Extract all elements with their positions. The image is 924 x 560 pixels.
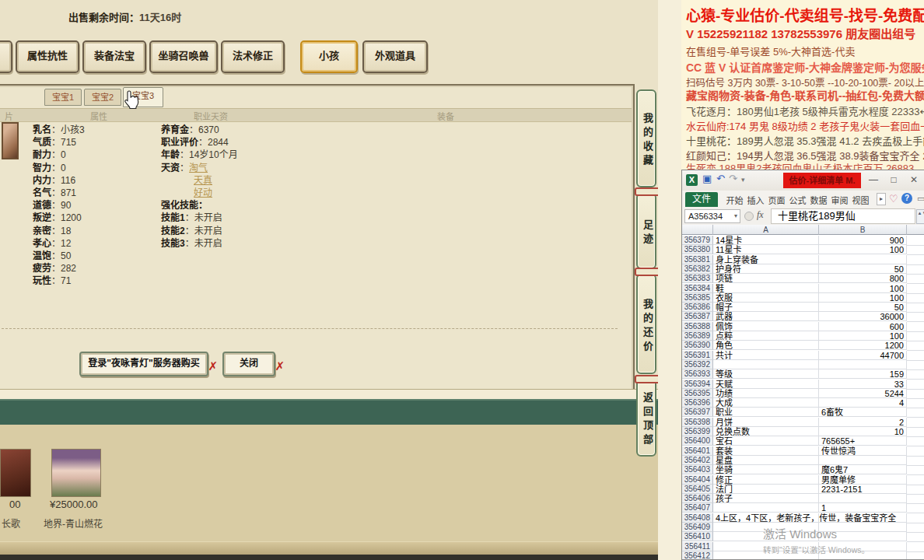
- cell-b[interactable]: 魔6鬼7: [819, 465, 907, 474]
- cell-a[interactable]: 天赋: [713, 380, 819, 389]
- cell-a[interactable]: 等级: [713, 369, 819, 379]
- cell-a[interactable]: 大成: [713, 398, 819, 408]
- row-number-cell[interactable]: 356396: [682, 398, 713, 408]
- row-number-cell[interactable]: 356383: [682, 274, 713, 283]
- ribbon-tab-2[interactable]: 插入: [745, 194, 766, 206]
- row-number-cell[interactable]: 356393: [682, 369, 713, 379]
- close-button[interactable]: 关闭 ✗: [222, 352, 275, 376]
- cell-c[interactable]: [907, 264, 924, 275]
- cell-a[interactable]: 功绩: [713, 389, 819, 398]
- cell-b[interactable]: 男魔单修: [819, 475, 907, 485]
- cell-c[interactable]: [907, 494, 924, 504]
- cell-a[interactable]: 星盘: [713, 456, 819, 465]
- cell-a[interactable]: 4上区，4下区，老新孩子，传世，装备宝宝齐全: [713, 513, 819, 523]
- tab-child[interactable]: 小孩: [300, 40, 358, 73]
- cell-b[interactable]: 50: [819, 303, 907, 312]
- cell-c[interactable]: [907, 551, 924, 560]
- sidebar-tab-back-to-top[interactable]: 返回顶部: [636, 379, 656, 457]
- cell-a[interactable]: 坐骑: [713, 465, 819, 474]
- row-number-cell[interactable]: 356409: [682, 523, 713, 532]
- tab-appearance-items[interactable]: 外观道具: [362, 40, 428, 73]
- row-number-cell[interactable]: 356412: [682, 551, 713, 560]
- row-number-cell[interactable]: 356387: [682, 312, 713, 321]
- sidebar-tab-counteroffers[interactable]: 我的还价: [636, 274, 656, 374]
- minimize-button[interactable]: —: [864, 172, 883, 187]
- cell-a[interactable]: 武器: [713, 312, 819, 321]
- cell-c[interactable]: [907, 465, 924, 475]
- cell-b[interactable]: 100: [819, 293, 907, 303]
- name-box[interactable]: A356334▾: [684, 209, 740, 223]
- row-number-cell[interactable]: 356390: [682, 341, 713, 350]
- cell-c[interactable]: [907, 284, 924, 294]
- cell-c[interactable]: [907, 532, 924, 542]
- column-header-c[interactable]: [907, 225, 924, 235]
- select-all-corner[interactable]: [682, 225, 713, 235]
- scroll-spinner[interactable]: ▲▼: [916, 209, 924, 224]
- row-number-cell[interactable]: 356391: [682, 351, 713, 360]
- cell-a[interactable]: 孩子: [713, 494, 819, 503]
- cell-c[interactable]: [907, 274, 924, 284]
- cell-b[interactable]: 900: [819, 236, 907, 245]
- row-number-cell[interactable]: 356406: [682, 494, 713, 503]
- insert-function-dot-icon[interactable]: [744, 212, 754, 221]
- cell-a[interactable]: 共计: [713, 351, 819, 360]
- cell-b[interactable]: 100: [819, 284, 907, 293]
- cell-c[interactable]: [907, 245, 924, 255]
- talent-link[interactable]: 天真: [194, 175, 212, 186]
- login-server-buy-button[interactable]: 登录"夜咏青灯"服务器购买 ✗: [79, 352, 208, 376]
- tab-equip-fabao[interactable]: 装备法宝: [82, 40, 146, 73]
- maximize-button[interactable]: □: [884, 172, 903, 187]
- cell-c[interactable]: [907, 380, 924, 390]
- row-number-cell[interactable]: 356404: [682, 475, 713, 485]
- row-number-cell[interactable]: 356407: [682, 503, 713, 513]
- cell-b[interactable]: 36000: [819, 312, 907, 321]
- formula-input[interactable]: 十里桃花189男仙: [771, 208, 915, 224]
- row-number-cell[interactable]: 356399: [682, 427, 713, 436]
- cell-b[interactable]: 100: [819, 331, 907, 341]
- cell-c[interactable]: [907, 322, 924, 332]
- cell-a[interactable]: 套装: [713, 446, 819, 456]
- row-number-cell[interactable]: 356397: [682, 408, 713, 417]
- cell-b[interactable]: 4: [819, 398, 907, 408]
- row-number-cell[interactable]: 356379: [682, 236, 713, 245]
- talent-link[interactable]: 好动: [194, 187, 212, 198]
- cell-a[interactable]: 法门: [713, 485, 819, 494]
- ribbon-tab-1[interactable]: 开始: [724, 194, 745, 206]
- row-number-cell[interactable]: 356392: [682, 360, 713, 369]
- cell-a[interactable]: 14星卡: [713, 236, 819, 245]
- cell-a[interactable]: 佩饰: [713, 322, 819, 331]
- cell-b[interactable]: [819, 255, 907, 264]
- ribbon-tab-6[interactable]: 审阅: [829, 194, 850, 206]
- baby-tab-1[interactable]: 宝宝1: [44, 89, 82, 106]
- name-box-dropdown-icon[interactable]: ▾: [734, 210, 737, 222]
- cell-a[interactable]: 角色: [713, 341, 819, 350]
- cell-c[interactable]: [907, 236, 924, 246]
- cell-a[interactable]: 护身符: [713, 264, 819, 274]
- cell-c[interactable]: [907, 341, 924, 351]
- cell-c[interactable]: [907, 312, 924, 322]
- row-number-cell[interactable]: 356398: [682, 418, 713, 427]
- cell-b[interactable]: 6畜牧: [819, 408, 907, 417]
- row-number-cell[interactable]: 356408: [682, 513, 713, 523]
- column-header-a[interactable]: A: [713, 225, 819, 235]
- cell-a[interactable]: [713, 503, 819, 513]
- row-number-cell[interactable]: 356385: [682, 293, 713, 303]
- baby-tab-2[interactable]: 宝宝2: [84, 89, 121, 106]
- listing-avatar[interactable]: [51, 449, 101, 497]
- cell-c[interactable]: [907, 303, 924, 313]
- file-tab[interactable]: 文件: [685, 192, 718, 207]
- cell-a[interactable]: 兑换点数: [713, 427, 819, 436]
- cell-b[interactable]: 600: [819, 322, 907, 331]
- ribbon-more-icon[interactable]: ▸: [877, 193, 886, 205]
- row-number-cell[interactable]: 356384: [682, 284, 713, 293]
- cell-c[interactable]: [907, 485, 924, 495]
- row-number-cell[interactable]: 356405: [682, 485, 713, 494]
- listing-name[interactable]: 地界-青山燃花: [44, 516, 103, 530]
- row-number-cell[interactable]: 356403: [682, 465, 713, 474]
- cell-c[interactable]: [907, 408, 924, 418]
- row-number-cell[interactable]: 356386: [682, 303, 713, 312]
- row-number-cell[interactable]: 356401: [682, 446, 713, 456]
- cell-c[interactable]: [907, 427, 924, 437]
- undo-icon[interactable]: ↶: [716, 173, 725, 184]
- row-number-cell[interactable]: 356382: [682, 264, 713, 274]
